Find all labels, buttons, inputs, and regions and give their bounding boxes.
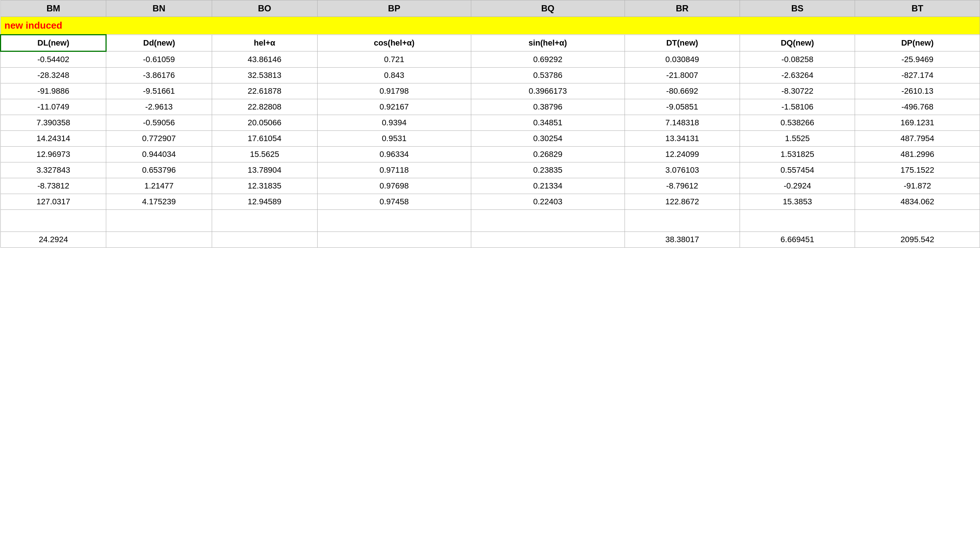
col-header-bn: BN	[106, 0, 212, 17]
summary-bt: 2095.542	[855, 232, 980, 248]
summary-br: 38.38017	[625, 232, 740, 248]
cell-r5-br: 7.148318	[625, 115, 740, 131]
cell-r4-bs: -1.58106	[740, 99, 855, 115]
cell-r8-bm: 3.327843	[1, 162, 106, 178]
empty-bn	[106, 210, 212, 232]
new-induced-row: new induced	[1, 17, 980, 35]
cell-r6-bs: 1.5525	[740, 131, 855, 147]
summary-bs: 6.669451	[740, 232, 855, 248]
cell-r9-bm: -8.73812	[1, 178, 106, 194]
table-row: -0.54402 -0.61059 43.86146 0.721 0.69292…	[1, 51, 980, 68]
cell-r3-bs: -8.30722	[740, 83, 855, 99]
cell-r6-bm: 14.24314	[1, 131, 106, 147]
cell-r1-bs: -0.08258	[740, 51, 855, 68]
cell-r7-bs: 1.531825	[740, 147, 855, 162]
cell-r5-bt: 169.1231	[855, 115, 980, 131]
empty-bs	[740, 210, 855, 232]
cell-r3-bn: -9.51661	[106, 83, 212, 99]
summary-bq	[471, 232, 625, 248]
empty-bo	[212, 210, 317, 232]
cell-r7-bp: 0.96334	[317, 147, 471, 162]
cell-r8-bs: 0.557454	[740, 162, 855, 178]
cell-r6-bp: 0.9531	[317, 131, 471, 147]
cell-r1-bq: 0.69292	[471, 51, 625, 68]
summary-bm: 24.2924	[1, 232, 106, 248]
cell-r7-bm: 12.96973	[1, 147, 106, 162]
cell-r3-br: -80.6692	[625, 83, 740, 99]
cell-r4-bt: -496.768	[855, 99, 980, 115]
spreadsheet-table: BM BN BO BP BQ BR BS BT new induced DL(n…	[0, 0, 980, 248]
col-header-bp: BP	[317, 0, 471, 17]
cell-r6-bo: 17.61054	[212, 131, 317, 147]
cell-r10-bp: 0.97458	[317, 194, 471, 210]
cell-r4-bn: -2.9613	[106, 99, 212, 115]
empty-bq	[471, 210, 625, 232]
cell-r5-bq: 0.34851	[471, 115, 625, 131]
table-row: -8.73812 1.21477 12.31835 0.97698 0.2133…	[1, 178, 980, 194]
cell-r5-bm: 7.390358	[1, 115, 106, 131]
table-row: -11.0749 -2.9613 22.82808 0.92167 0.3879…	[1, 99, 980, 115]
cell-r7-bq: 0.26829	[471, 147, 625, 162]
cell-r9-bq: 0.21334	[471, 178, 625, 194]
cell-r10-bs: 15.3853	[740, 194, 855, 210]
table-row: 3.327843 0.653796 13.78904 0.97118 0.238…	[1, 162, 980, 178]
cell-r8-bn: 0.653796	[106, 162, 212, 178]
cell-r1-bn: -0.61059	[106, 51, 212, 68]
column-header-row: BM BN BO BP BQ BR BS BT	[1, 0, 980, 17]
cell-r6-br: 13.34131	[625, 131, 740, 147]
field-header-dp: DP(new)	[855, 35, 980, 51]
cell-r9-bp: 0.97698	[317, 178, 471, 194]
col-header-br: BR	[625, 0, 740, 17]
cell-r9-bn: 1.21477	[106, 178, 212, 194]
cell-r8-br: 3.076103	[625, 162, 740, 178]
cell-r4-bo: 22.82808	[212, 99, 317, 115]
summary-bp	[317, 232, 471, 248]
col-header-bm: BM	[1, 0, 106, 17]
field-header-cos: cos(hel+α)	[317, 35, 471, 51]
cell-r9-bt: -91.872	[855, 178, 980, 194]
cell-r1-bm: -0.54402	[1, 51, 106, 68]
cell-r2-bq: 0.53786	[471, 68, 625, 83]
cell-r10-bo: 12.94589	[212, 194, 317, 210]
empty-bt	[855, 210, 980, 232]
col-header-bt: BT	[855, 0, 980, 17]
cell-r6-bq: 0.30254	[471, 131, 625, 147]
cell-r10-bt: 4834.062	[855, 194, 980, 210]
field-header-row: DL(new) Dd(new) hel+α cos(hel+α) sin(hel…	[1, 35, 980, 51]
col-header-bo: BO	[212, 0, 317, 17]
field-header-dl[interactable]: DL(new)	[1, 35, 106, 51]
empty-row	[1, 210, 980, 232]
table-row: 7.390358 -0.59056 20.05066 0.9394 0.3485…	[1, 115, 980, 131]
table-row: -28.3248 -3.86176 32.53813 0.843 0.53786…	[1, 68, 980, 83]
cell-r5-bo: 20.05066	[212, 115, 317, 131]
summary-row: 24.2924 38.38017 6.669451 2095.542	[1, 232, 980, 248]
empty-bp	[317, 210, 471, 232]
cell-r9-bo: 12.31835	[212, 178, 317, 194]
cell-r6-bn: 0.772907	[106, 131, 212, 147]
table-row: 14.24314 0.772907 17.61054 0.9531 0.3025…	[1, 131, 980, 147]
summary-bo	[212, 232, 317, 248]
cell-r1-bo: 43.86146	[212, 51, 317, 68]
cell-r8-bq: 0.23835	[471, 162, 625, 178]
col-header-bs: BS	[740, 0, 855, 17]
summary-bn	[106, 232, 212, 248]
table-row: 127.0317 4.175239 12.94589 0.97458 0.224…	[1, 194, 980, 210]
cell-r5-bs: 0.538266	[740, 115, 855, 131]
new-induced-cell: new induced	[1, 17, 980, 35]
cell-r2-bo: 32.53813	[212, 68, 317, 83]
cell-r3-bp: 0.91798	[317, 83, 471, 99]
field-header-dd: Dd(new)	[106, 35, 212, 51]
cell-r2-bp: 0.843	[317, 68, 471, 83]
empty-br	[625, 210, 740, 232]
cell-r9-bs: -0.2924	[740, 178, 855, 194]
cell-r7-bn: 0.944034	[106, 147, 212, 162]
new-induced-label: new induced	[5, 20, 62, 31]
spreadsheet-container: BM BN BO BP BQ BR BS BT new induced DL(n…	[0, 0, 980, 549]
cell-r3-bq: 0.3966173	[471, 83, 625, 99]
cell-r3-bm: -91.9886	[1, 83, 106, 99]
cell-r7-bt: 481.2996	[855, 147, 980, 162]
cell-r8-bo: 13.78904	[212, 162, 317, 178]
cell-r10-bq: 0.22403	[471, 194, 625, 210]
field-header-hel: hel+α	[212, 35, 317, 51]
cell-r4-br: -9.05851	[625, 99, 740, 115]
